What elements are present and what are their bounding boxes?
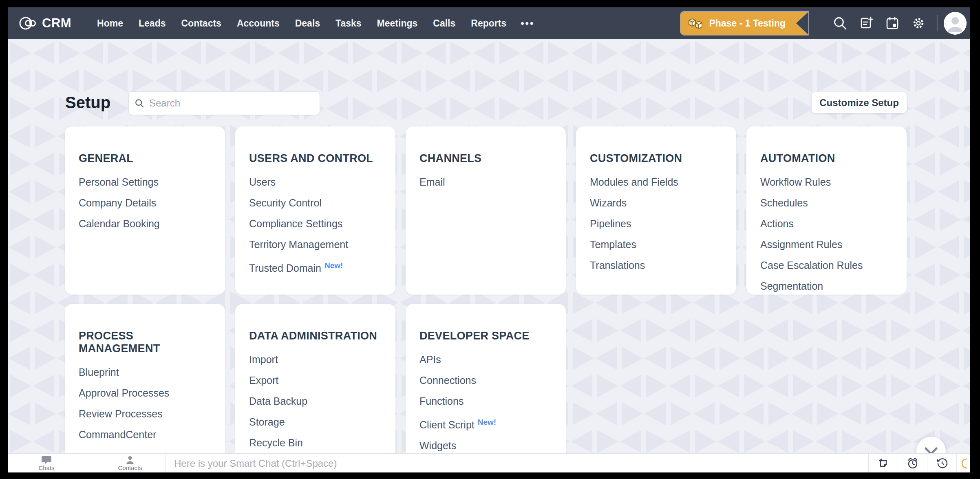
setup-link-label[interactable]: Wizards	[590, 197, 627, 208]
setup-link[interactable]: Compliance Settings	[249, 213, 382, 234]
nav-item-contacts[interactable]: Contacts	[174, 18, 229, 29]
setup-link[interactable]: Personal Settings	[79, 172, 211, 193]
setup-link[interactable]: Review Processes	[79, 404, 211, 424]
setup-link-label[interactable]: Templates	[590, 239, 636, 250]
search-icon[interactable]	[832, 16, 848, 31]
setup-link-label[interactable]: Calendar Booking	[79, 218, 160, 229]
cut-off-footer-icon[interactable]	[957, 454, 970, 472]
setup-link[interactable]: Workflow Rules	[760, 172, 893, 193]
setup-link[interactable]: Actions	[760, 213, 893, 234]
sticky-notes-button[interactable]	[869, 454, 898, 472]
setup-link-label[interactable]: Security Control	[249, 197, 322, 208]
user-avatar[interactable]	[944, 12, 967, 35]
chat-bubble-icon	[41, 455, 52, 465]
setup-link-label[interactable]: Segmentation	[760, 280, 823, 292]
setup-link[interactable]: Case Escalation Rules	[760, 255, 893, 276]
setup-link-label[interactable]: Assignment Rules	[760, 239, 842, 250]
setup-link[interactable]: APIs	[419, 349, 552, 370]
nav-item-reports[interactable]: Reports	[463, 18, 514, 29]
setup-link[interactable]: Company Details	[79, 193, 211, 213]
setup-link[interactable]: Client ScriptNew!	[419, 412, 552, 435]
setup-link-label[interactable]: Company Details	[79, 197, 156, 208]
settings-gear-icon[interactable]	[911, 16, 926, 31]
setup-link[interactable]: Segmentation	[760, 276, 893, 297]
setup-link[interactable]: Connections	[419, 370, 552, 391]
setup-link-label[interactable]: Data Backup	[249, 395, 307, 407]
setup-link-label[interactable]: Storage	[249, 416, 285, 428]
setup-link-label[interactable]: Schedules	[760, 197, 808, 208]
setup-link-label[interactable]: Import	[249, 354, 278, 365]
setup-link[interactable]: Blueprint	[79, 362, 211, 383]
card-items: Personal SettingsCompany DetailsCalendar…	[79, 172, 211, 234]
setup-link[interactable]: Recycle Bin	[249, 432, 382, 453]
setup-link[interactable]: Templates	[590, 234, 722, 255]
setup-link[interactable]: Trusted DomainNew!	[249, 255, 382, 279]
setup-link-label[interactable]: Connections	[419, 375, 476, 386]
nav-item-calls[interactable]: Calls	[425, 18, 463, 29]
setup-link-label[interactable]: CommandCenter	[79, 429, 156, 440]
nav-item-meetings[interactable]: Meetings	[369, 18, 426, 29]
nav-item-accounts[interactable]: Accounts	[229, 18, 287, 29]
setup-link[interactable]: Export	[249, 370, 382, 391]
setup-link[interactable]: Import	[249, 349, 382, 370]
nav-item-home[interactable]: Home	[89, 18, 131, 29]
setup-link-label[interactable]: Territory Management	[249, 239, 348, 250]
setup-link-label[interactable]: Blueprint	[79, 366, 119, 378]
setup-link-label[interactable]: Email	[419, 176, 445, 188]
setup-link[interactable]: Email	[419, 172, 552, 193]
setup-link-label[interactable]: Export	[249, 375, 278, 386]
setup-link-label[interactable]: Recycle Bin	[249, 437, 303, 448]
phase-badge-label: Phase - 1 Testing	[709, 18, 786, 29]
setup-link-label[interactable]: Translations	[590, 259, 645, 271]
smart-chat-input[interactable]	[173, 454, 858, 472]
setup-link[interactable]: Approval Processes	[79, 383, 211, 404]
setup-link[interactable]: Pipelines	[590, 213, 722, 234]
setup-link[interactable]: Territory Management	[249, 234, 382, 255]
setup-link[interactable]: CommandCenter	[79, 424, 211, 445]
setup-link[interactable]: Security Control	[249, 193, 382, 213]
brand[interactable]: CRM	[18, 15, 71, 31]
footer-tab-contacts[interactable]: Contacts	[108, 454, 152, 472]
compose-note-icon[interactable]	[859, 16, 874, 31]
setup-link[interactable]: Wizards	[590, 193, 722, 213]
setup-link-label[interactable]: Users	[249, 176, 276, 188]
phase-badge[interactable]: Phase - 1 Testing	[681, 12, 808, 35]
primary-nav: HomeLeadsContactsAccountsDealsTasksMeeti…	[89, 18, 514, 29]
setup-link[interactable]: Storage	[249, 412, 382, 432]
setup-link[interactable]: Data Backup	[249, 391, 382, 412]
search-icon	[135, 98, 144, 109]
setup-link-label[interactable]: Workflow Rules	[760, 176, 831, 188]
setup-link[interactable]: Assignment Rules	[760, 234, 893, 255]
new-badge: New!	[324, 261, 343, 270]
setup-link[interactable]: Schedules	[760, 193, 893, 213]
setup-link-label[interactable]: Client Script	[419, 419, 475, 430]
setup-link[interactable]: Modules and Fields	[590, 172, 722, 193]
setup-link-label[interactable]: Personal Settings	[79, 176, 159, 188]
nav-item-deals[interactable]: Deals	[287, 18, 328, 29]
customize-setup-button[interactable]: Customize Setup	[811, 92, 907, 113]
calendar-icon[interactable]	[885, 16, 900, 31]
setup-link-label[interactable]: Modules and Fields	[590, 176, 678, 188]
nav-more-button[interactable]: •••	[514, 18, 541, 29]
setup-link-label[interactable]: Review Processes	[79, 408, 163, 419]
setup-link-label[interactable]: Trusted Domain	[249, 262, 321, 274]
setup-link-label[interactable]: Case Escalation Rules	[760, 259, 863, 271]
history-button[interactable]	[927, 454, 956, 472]
nav-item-tasks[interactable]: Tasks	[328, 18, 369, 29]
setup-search-input[interactable]	[148, 97, 314, 109]
setup-link[interactable]: Functions	[419, 391, 552, 412]
nav-item-leads[interactable]: Leads	[131, 18, 173, 29]
setup-link-label[interactable]: Functions	[419, 395, 464, 407]
setup-link[interactable]: Users	[249, 172, 382, 193]
reminders-button[interactable]	[898, 454, 927, 472]
footer-tab-chats[interactable]: Chats	[24, 454, 69, 472]
setup-link-label[interactable]: Approval Processes	[79, 387, 169, 399]
setup-link-label[interactable]: Actions	[760, 218, 794, 229]
setup-link-label[interactable]: APIs	[419, 354, 441, 365]
setup-link-label[interactable]: Pipelines	[590, 218, 631, 229]
setup-link[interactable]: Calendar Booking	[79, 213, 211, 234]
setup-link-label[interactable]: Widgets	[419, 440, 456, 451]
setup-link-label[interactable]: Compliance Settings	[249, 218, 342, 229]
setup-link[interactable]: Translations	[590, 255, 722, 276]
setup-link[interactable]: Widgets	[419, 435, 552, 453]
